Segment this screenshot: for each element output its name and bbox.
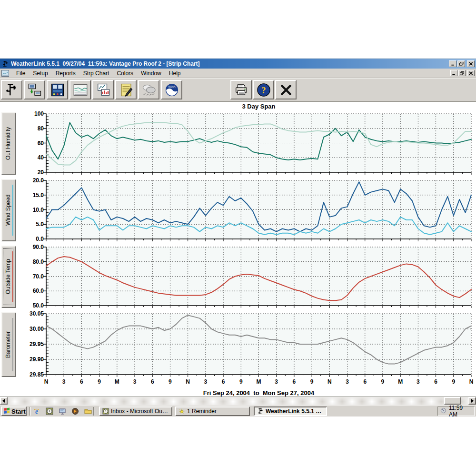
screenshot-root: { "window": { "title": "WeatherLink 5.5.… [0, 0, 476, 476]
y-tick-label: 80 [19, 125, 44, 132]
strip-chart-window-icon[interactable] [1, 69, 10, 77]
taskbar-button-label: Inbox - Microsoft Outlook [111, 408, 169, 415]
pane-label-selection [3, 248, 13, 305]
x-tick-label: 3 [270, 378, 283, 385]
plot-out-humidity [46, 114, 471, 175]
menu-file[interactable]: File [12, 69, 29, 77]
noaa-icon: NOAA [164, 83, 179, 97]
scroll-left-arrow[interactable] [0, 397, 8, 405]
x-tick-label: N [323, 378, 336, 385]
weather-station-icon [4, 83, 20, 97]
printer-icon [234, 83, 249, 97]
x-tick-label: 9 [235, 378, 247, 385]
help-button[interactable]: ? [253, 80, 274, 99]
start-button[interactable]: Start [1, 407, 27, 416]
x-tick-label: 9 [164, 378, 176, 385]
bulletin-icon [50, 83, 65, 97]
weatherlink-window: WeatherLink 5.5.1 09/27/04 11:59a: Vanta… [0, 58, 476, 405]
y-tick-label: 100 [19, 110, 44, 118]
scroll-right-arrow[interactable] [468, 397, 476, 405]
exit-button[interactable] [275, 80, 297, 99]
report-button[interactable] [115, 80, 137, 99]
x-tick-label: 6 [75, 378, 88, 385]
quick-launch-outlook-launch-icon[interactable] [45, 407, 54, 416]
pane-label-underline [12, 185, 13, 236]
menu-reports[interactable]: Reports [52, 69, 79, 77]
x-tick-label: N [465, 378, 476, 385]
quick-launch-player-icon[interactable] [71, 407, 79, 416]
help-icon: ? [256, 83, 271, 97]
reminder-icon [178, 408, 185, 415]
child-window-minimize-button[interactable] [450, 70, 457, 76]
svg-text:?: ? [261, 85, 266, 95]
window-close-button[interactable] [467, 60, 475, 67]
menu-setup[interactable]: Setup [29, 69, 51, 77]
date-range-caption: Fri Sep 24, 2004 to Mon Sep 27, 2004 [46, 389, 471, 397]
print-button[interactable] [230, 80, 252, 99]
menu-help[interactable]: Help [165, 69, 185, 77]
taskbar-button-outlook[interactable]: Inbox - Microsoft Outlook [99, 407, 172, 416]
x-tick-label: 6 [217, 378, 229, 385]
x-tick-label: N [182, 378, 194, 385]
report-icon [119, 83, 134, 97]
menu-window[interactable]: Window [137, 69, 165, 77]
title-bar: WeatherLink 5.5.1 09/27/04 11:59a: Vanta… [0, 59, 476, 69]
x-tick-label: M [253, 378, 265, 385]
menu-colors[interactable]: Colors [113, 69, 137, 77]
y-tick-label: 50.0 [19, 302, 44, 309]
menu-bar: FileSetupReportsStrp ChartColorsWindowHe… [0, 69, 476, 78]
windows-logo-icon [4, 407, 10, 415]
quick-launch-ie-icon[interactable]: e [32, 407, 41, 416]
x-tick-label: 3 [412, 378, 424, 385]
pane-label-barometer[interactable]: Barometer [1, 312, 16, 377]
strip-chart-area: 3 Day Span Fri Sep 24, 2004 to Mon Sep 2… [0, 102, 476, 397]
plot-button[interactable] [92, 80, 114, 99]
window-restore-button[interactable] [457, 60, 465, 67]
scrollbar-thumb[interactable] [444, 397, 461, 405]
y-tick-label: 90.0 [19, 243, 44, 251]
child-window-restore-button[interactable] [458, 70, 466, 76]
quick-launch-folder-icon[interactable] [84, 407, 92, 416]
y-tick-label: 15.0 [19, 191, 44, 199]
taskbar-button-reminder[interactable]: 1 Reminder [175, 407, 250, 416]
y-tick-label: 70.0 [19, 273, 44, 280]
y-tick-label: 30.00 [19, 325, 44, 333]
horizontal-scrollbar[interactable] [0, 397, 476, 405]
weather-button[interactable] [138, 80, 159, 99]
taskbar-button-label: WeatherLink 5.5.1 09... [266, 408, 324, 415]
window-minimize-button[interactable] [449, 60, 456, 67]
y-tick-label: 80.0 [19, 258, 44, 266]
x-tick-label: 3 [58, 378, 70, 385]
weatherlink-app-icon [1, 60, 9, 67]
bulletin-button[interactable] [47, 80, 68, 99]
download-icon [27, 83, 42, 97]
x-tick-label: N [40, 378, 52, 385]
plot-outside-temp [46, 247, 471, 308]
plot-wind-speed [46, 180, 471, 242]
x-tick-label: 6 [430, 378, 442, 385]
x-tick-label: 6 [146, 378, 159, 385]
strip-chart-icon [73, 83, 88, 97]
pane-label-underline [12, 318, 13, 371]
pane-label-wind-speed[interactable]: Wind Speed [1, 179, 16, 241]
taskbar-button-weatherlink[interactable]: WeatherLink 5.5.1 09... [254, 407, 327, 416]
pane-label-text: Barometer [4, 313, 12, 376]
y-tick-label: 40 [19, 154, 44, 161]
strip-chart-button[interactable] [69, 80, 91, 99]
pane-label-outside-temp[interactable]: Outside Temp [1, 246, 16, 308]
x-tick-label: 6 [359, 378, 371, 385]
taskbar-button-label: 1 Reminder [187, 408, 217, 415]
y-tick-label: 0.0 [19, 235, 44, 243]
station-button[interactable] [1, 80, 22, 99]
x-tick-label: M [111, 378, 123, 385]
noaa-button[interactable]: NOAA [161, 80, 182, 99]
pane-label-out-humidity[interactable]: Out Humidity [1, 112, 16, 175]
clouds-icon [141, 83, 157, 97]
toolbar: NOAA? [0, 78, 476, 102]
svg-text:NOAA: NOAA [168, 85, 175, 88]
tray-gauge-icon[interactable] [440, 407, 446, 415]
quick-launch-desktop-icon[interactable] [58, 407, 67, 416]
download-button[interactable] [24, 80, 45, 99]
menu-strp-chart[interactable]: Strp Chart [79, 69, 113, 77]
child-window-close-button[interactable] [467, 70, 475, 76]
